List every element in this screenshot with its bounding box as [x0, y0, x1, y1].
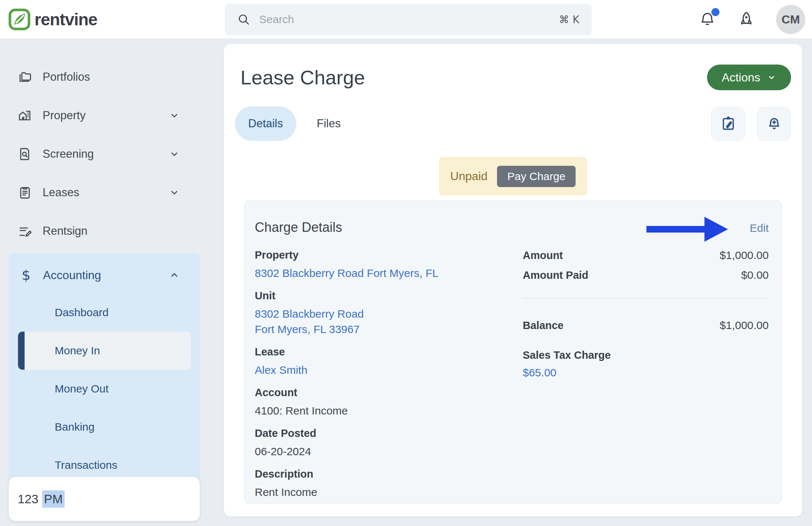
brand[interactable]: rentvine	[8, 8, 97, 31]
amount-value: $1,000.00	[720, 249, 769, 262]
notification-dot	[711, 8, 719, 16]
sidebar-nav: Portfolios Property Screening	[0, 39, 206, 489]
sidebar-item-label: Leases	[43, 186, 79, 199]
time-selected-text: PM	[42, 490, 65, 508]
sidebar-item-leases[interactable]: Leases	[0, 173, 206, 212]
search-input[interactable]	[259, 13, 559, 26]
field-value: 06-20-2024	[255, 444, 523, 459]
time-input[interactable]: 123 PM	[9, 477, 200, 521]
balance-label: Balance	[523, 319, 563, 332]
avatar[interactable]: CM	[776, 5, 805, 34]
edit-note-icon	[720, 115, 737, 132]
sidebar-subitem-dashboard[interactable]: Dashboard	[8, 293, 200, 332]
sales-tax-link[interactable]: $65.00	[523, 366, 557, 379]
sidebar-subitem-money-out[interactable]: Money Out	[8, 370, 200, 408]
clipboard-icon	[18, 185, 32, 200]
panel-header: Charge Details Edit	[255, 201, 769, 236]
sidebar-subitem-label: Money In	[55, 344, 100, 357]
topbar: rentvine ⌘ K CM	[0, 0, 812, 39]
dollar-icon: $	[19, 267, 33, 283]
actions-button-label: Actions	[722, 71, 760, 84]
rentvine-logo-icon	[8, 8, 31, 31]
field-date-posted: Date Posted 06-20-2024	[255, 427, 523, 459]
sales-tax-group: Sales Tax Charge $65.00	[523, 349, 769, 379]
amount-paid-value: $0.00	[741, 269, 769, 281]
whats-new-button[interactable]	[737, 10, 755, 29]
sidebar-item-rentsign[interactable]: Rentsign	[0, 212, 206, 250]
sidebar-item-label: Screening	[43, 147, 94, 161]
edit-note-button[interactable]	[711, 107, 745, 141]
status-banner: Unpaid Pay Charge	[439, 157, 587, 196]
folders-icon	[18, 70, 32, 84]
amount-paid-label: Amount Paid	[523, 269, 588, 281]
bell-plus-icon	[766, 115, 783, 132]
sidebar-item-screening[interactable]: Screening	[0, 135, 206, 173]
pay-charge-button[interactable]: Pay Charge	[497, 166, 576, 187]
sidebar-item-property[interactable]: Property	[0, 96, 206, 135]
field-label: Description	[255, 468, 523, 480]
sidebar-item-label: Rentsign	[43, 224, 87, 238]
card-header: Lease Charge Actions	[224, 44, 802, 90]
field-account: Account 4100: Rent Income	[255, 387, 523, 419]
panel-body: Property 8302 Blackberry Road Fort Myers…	[255, 249, 769, 509]
chevron-down-icon	[767, 73, 776, 82]
sidebar-subitem-banking[interactable]: Banking	[8, 408, 200, 446]
details-column: Property 8302 Blackberry Road Fort Myers…	[255, 249, 523, 509]
field-label: Account	[255, 387, 523, 399]
tabs-row: Details Files	[224, 90, 802, 141]
sidebar-item-label: Portfolios	[43, 70, 90, 84]
balance-row: Balance $1,000.00	[523, 319, 769, 332]
sidebar-subitem-label: Banking	[55, 421, 94, 433]
field-lease: Lease Alex Smith	[255, 346, 523, 378]
unit-link[interactable]: 8302 Blackberry Road	[255, 306, 523, 322]
amount-paid-row: Amount Paid $0.00	[523, 269, 769, 281]
avatar-initials: CM	[782, 13, 800, 26]
chevron-down-icon	[169, 110, 180, 121]
field-description: Description Rent Income	[255, 468, 523, 500]
notifications-button[interactable]	[698, 10, 717, 29]
brand-name: rentvine	[35, 10, 97, 29]
actions-button[interactable]: Actions	[707, 65, 791, 90]
charge-details-panel: Charge Details Edit Property 8302 Blackb…	[244, 200, 782, 504]
document-search-icon	[18, 147, 32, 161]
status-label: Unpaid	[450, 169, 487, 183]
field-label: Unit	[255, 290, 523, 302]
lease-link[interactable]: Alex Smith	[255, 362, 523, 378]
sidebar: Portfolios Property Screening	[0, 39, 206, 526]
property-link[interactable]: 8302 Blackberry Road Fort Myers, FL	[255, 266, 523, 281]
field-value: 4100: Rent Income	[255, 403, 523, 419]
tab-details[interactable]: Details	[235, 106, 296, 141]
topbar-actions: CM	[698, 0, 805, 39]
time-text: 123	[18, 492, 39, 506]
field-unit: Unit 8302 Blackberry Road Fort Myers, FL…	[255, 290, 523, 337]
sidebar-subitem-label: Dashboard	[55, 306, 109, 319]
chevron-down-icon	[169, 149, 180, 160]
field-label: Lease	[255, 346, 523, 358]
sales-tax-label: Sales Tax Charge	[523, 349, 769, 361]
property-icon	[18, 108, 32, 123]
sidebar-item-portfolios[interactable]: Portfolios	[0, 58, 206, 96]
page-title: Lease Charge	[240, 66, 365, 89]
field-label: Property	[255, 249, 523, 261]
tab-files[interactable]: Files	[304, 106, 354, 141]
sidebar-item-label: Accounting	[43, 269, 101, 282]
lease-charge-card: Lease Charge Actions Details Files	[224, 44, 802, 516]
amount-label: Amount	[523, 249, 563, 262]
sidebar-subitem-money-in[interactable]: Money In	[18, 332, 191, 370]
field-label: Date Posted	[255, 427, 523, 439]
main-content: Lease Charge Actions Details Files	[206, 39, 812, 526]
chevron-down-icon	[169, 187, 180, 198]
field-property: Property 8302 Blackberry Road Fort Myers…	[255, 249, 523, 281]
signature-icon	[18, 224, 32, 238]
subscribe-button[interactable]	[757, 107, 791, 141]
balance-value: $1,000.00	[720, 319, 769, 332]
field-value: Rent Income	[255, 485, 523, 500]
sidebar-item-accounting[interactable]: $ Accounting	[8, 257, 200, 293]
chevron-up-icon	[169, 270, 180, 281]
amount-row: Amount $1,000.00	[523, 249, 769, 262]
edit-link[interactable]: Edit	[750, 222, 769, 234]
unit-link[interactable]: Fort Myers, FL 33967	[255, 322, 523, 337]
sidebar-item-label: Property	[43, 109, 86, 122]
search-icon	[237, 13, 250, 26]
search-bar[interactable]: ⌘ K	[225, 4, 592, 35]
